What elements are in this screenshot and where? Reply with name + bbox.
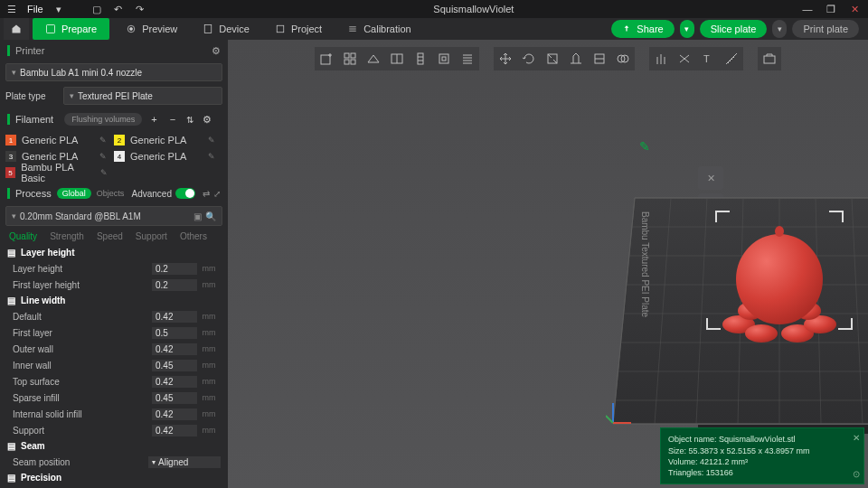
assembly-icon[interactable] <box>432 47 456 70</box>
arrange-icon[interactable] <box>338 47 362 70</box>
print-chevron[interactable]: ▾ <box>772 20 787 38</box>
undo-icon[interactable]: ↶ <box>112 3 125 15</box>
global-tab[interactable]: Global <box>57 188 91 199</box>
process-preset-select[interactable]: ▾ 0.20mm Standard @BBL A1M ▣ 🔍 <box>5 206 222 226</box>
svg-rect-7 <box>351 53 355 58</box>
quality-tab[interactable]: Quality <box>9 231 37 241</box>
sync-icon[interactable]: ⇅ <box>184 115 195 125</box>
filament-1[interactable]: 1Generic PLA✎ <box>5 132 114 148</box>
calibration-tab[interactable]: Calibration <box>335 18 424 40</box>
add-plate-icon[interactable] <box>315 47 338 70</box>
support-paint-icon[interactable] <box>649 47 673 70</box>
lw-inner-input[interactable]: 0.45 <box>152 360 197 371</box>
redo-icon[interactable]: ↷ <box>134 3 146 15</box>
speed-tab[interactable]: Speed <box>97 231 123 241</box>
maximize-icon[interactable]: ❐ <box>825 3 837 15</box>
strength-tab[interactable]: Strength <box>50 231 84 241</box>
filament-4[interactable]: 4Generic PLA✎ <box>114 148 222 164</box>
prepare-tab-label: Prepare <box>61 23 97 34</box>
measure-icon[interactable] <box>720 47 743 70</box>
preview-tab-label: Preview <box>142 23 177 34</box>
settings-list[interactable]: ▤ Layer height Layer height0.2mm First l… <box>0 245 228 488</box>
layer-height-header[interactable]: ▤ Layer height <box>0 245 228 260</box>
pin-info-icon[interactable]: ⊙ <box>853 468 860 481</box>
height-range-icon[interactable] <box>409 47 432 70</box>
minimize-icon[interactable]: — <box>801 3 814 15</box>
gear-icon[interactable]: ⚙ <box>201 114 213 126</box>
object-info-panel: ✕ Object name: SquismallowViolet.stl Siz… <box>660 427 864 484</box>
filament-list: 1Generic PLA✎ 2Generic PLA✎ 3Generic PLA… <box>0 130 228 183</box>
line-width-header[interactable]: ▤ Line width <box>0 293 228 308</box>
lw-outer-input[interactable]: 0.42 <box>152 343 197 355</box>
gear-icon[interactable]: ⚙ <box>212 45 221 57</box>
advanced-toggle[interactable] <box>175 188 195 199</box>
scale-icon[interactable] <box>541 47 564 70</box>
slice-chevron[interactable]: ▾ <box>680 20 694 38</box>
precision-header[interactable]: ▤ Precision <box>0 470 228 485</box>
flatten-icon[interactable] <box>564 47 588 70</box>
variable-layer-icon[interactable] <box>456 47 479 70</box>
slice-button[interactable]: Slice plate <box>700 20 768 38</box>
edit-icon[interactable]: ✎ <box>99 136 108 145</box>
first-layer-height-input[interactable]: 0.2 <box>152 279 197 291</box>
add-filament-icon[interactable]: + <box>147 114 160 125</box>
edit-icon[interactable]: ✎ <box>100 168 108 177</box>
svg-point-52 <box>736 234 823 324</box>
svg-rect-6 <box>344 53 349 58</box>
text-icon[interactable]: T <box>696 47 720 70</box>
prepare-tab[interactable]: Prepare <box>33 18 109 40</box>
layer-height-input[interactable]: 0.2 <box>152 263 197 275</box>
close-plate-icon[interactable]: ✕ <box>698 166 723 190</box>
file-menu[interactable]: File <box>27 4 43 14</box>
3d-viewport[interactable]: T ✎ ✕ <box>228 40 868 488</box>
save-preset-icon[interactable]: ▣ <box>193 211 202 221</box>
edit-icon[interactable]: ✎ <box>208 152 217 161</box>
compare-icon[interactable]: ⇄ <box>203 189 210 199</box>
build-plate: Bambu Textured PEI Plate 01 <box>608 193 868 437</box>
new-file-icon[interactable]: ▢ <box>90 3 103 15</box>
menu-icon[interactable]: ☰ <box>5 3 18 15</box>
axis-gizmo <box>606 399 633 427</box>
support-tab[interactable]: Support <box>136 231 167 241</box>
others-tab[interactable]: Others <box>180 231 207 241</box>
printer-select[interactable]: ▾Bambu Lab A1 mini 0.4 nozzle <box>5 63 222 81</box>
print-button[interactable]: Print plate <box>792 20 859 38</box>
orient-icon[interactable] <box>362 47 385 70</box>
project-tab[interactable]: Project <box>262 18 335 40</box>
edit-icon[interactable]: ✎ <box>208 136 217 145</box>
seam-position-select[interactable]: ▾Aligned <box>148 456 221 468</box>
expand-icon[interactable]: ⤢ <box>213 189 221 199</box>
edit-plate-icon[interactable]: ✎ <box>639 139 650 154</box>
filament-2[interactable]: 2Generic PLA✎ <box>114 132 222 148</box>
seam-header[interactable]: ▤ Seam <box>0 438 228 454</box>
search-preset-icon[interactable]: 🔍 <box>205 211 216 221</box>
plate-type-select[interactable]: ▾Textured PEI Plate <box>63 87 222 105</box>
remove-filament-icon[interactable]: − <box>166 114 179 125</box>
assembly-view-icon[interactable] <box>758 47 781 70</box>
svg-rect-13 <box>442 57 446 61</box>
lw-sparse-input[interactable]: 0.45 <box>152 392 197 404</box>
flushing-volumes-button[interactable]: Flushing volumes <box>64 113 142 126</box>
filament-5[interactable]: 5Bambu PLA Basic✎ <box>5 164 114 181</box>
cut-icon[interactable] <box>588 47 611 70</box>
home-tab[interactable] <box>4 18 29 40</box>
mesh-boolean-icon[interactable] <box>611 47 635 70</box>
close-info-icon[interactable]: ✕ <box>853 432 860 445</box>
preview-tab[interactable]: Preview <box>113 18 190 40</box>
lw-support-input[interactable]: 0.42 <box>152 425 197 436</box>
lw-top-input[interactable]: 0.42 <box>152 376 197 388</box>
svg-text:T: T <box>703 53 710 64</box>
chevron-down-icon[interactable]: ▾ <box>52 3 65 15</box>
close-icon[interactable]: ✕ <box>848 3 861 15</box>
rotate-icon[interactable] <box>517 47 541 70</box>
seam-paint-icon[interactable] <box>673 47 696 70</box>
move-icon[interactable] <box>494 47 517 70</box>
split-icon[interactable] <box>385 47 409 70</box>
edit-icon[interactable]: ✎ <box>99 152 108 161</box>
share-button[interactable]: Share <box>611 20 674 38</box>
objects-tab[interactable]: Objects <box>97 189 125 198</box>
lw-solid-input[interactable]: 0.42 <box>152 408 197 420</box>
lw-first-input[interactable]: 0.5 <box>152 327 197 339</box>
device-tab[interactable]: Device <box>190 18 262 40</box>
lw-default-input[interactable]: 0.42 <box>152 311 197 323</box>
